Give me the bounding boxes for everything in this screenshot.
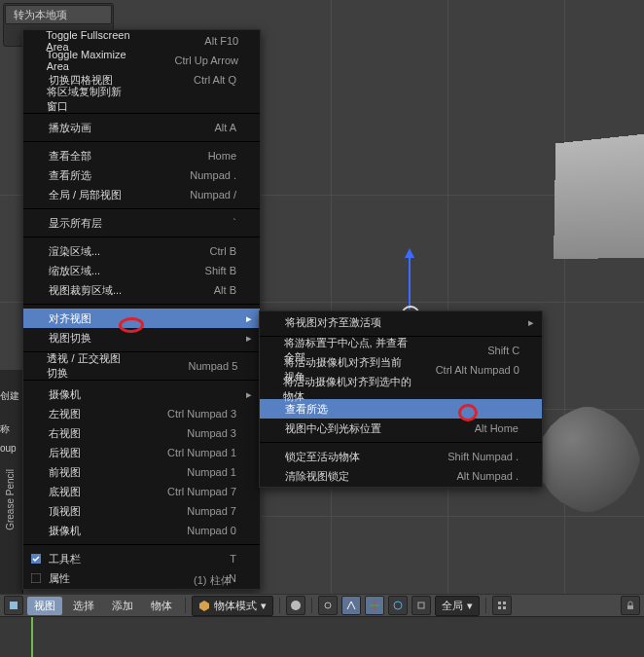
align-view-submenu: 将视图对齐至激活项▸将游标置于中心点, 并查看全部Shift C将活动摄像机对齐… — [259, 310, 543, 488]
menu-item[interactable]: 底视图Ctrl Numpad 7 — [23, 482, 260, 501]
menu-item-label: 将视图对齐至激活项 — [285, 315, 411, 330]
svg-marker-3 — [199, 601, 209, 611]
menu-item-shortcut: Ctrl Alt Q — [134, 74, 236, 86]
menu-item[interactable]: 摄像机Numpad 0 — [23, 521, 260, 540]
tool-panel-field-group: oup — [0, 443, 17, 454]
menu-item-shortcut: Home — [134, 150, 236, 162]
menu-item[interactable]: 前视图Numpad 1 — [23, 462, 260, 482]
shading-solid-icon[interactable] — [286, 596, 305, 615]
checkbox-icon — [31, 554, 43, 564]
svg-rect-13 — [503, 606, 506, 609]
menu-item-shortcut: Alt F10 — [136, 35, 238, 47]
operator-make-local[interactable]: 转为本地项 — [5, 5, 112, 24]
menu-select[interactable]: 选择 — [66, 597, 101, 615]
editor-type-icon[interactable] — [4, 596, 23, 615]
menu-item[interactable]: Toggle Maximize AreaCtrl Up Arrow — [23, 51, 260, 70]
svg-point-5 — [325, 602, 331, 608]
menu-item[interactable]: 清除视图锁定Alt Numpad . — [260, 466, 542, 486]
menu-item[interactable]: 视图切换▸ — [23, 328, 260, 347]
menu-item-shortcut: Ctrl Alt Numpad 0 — [417, 364, 519, 376]
menu-item[interactable]: 透视 / 正交视图切换Numpad 5 — [23, 356, 260, 376]
svg-rect-2 — [10, 602, 18, 609]
tool-panel-field-name: 称 — [0, 422, 10, 436]
menu-item[interactable]: 播放动画Alt A — [23, 118, 260, 137]
menu-item-shortcut: Shift Numpad . — [416, 451, 519, 462]
svg-rect-10 — [498, 602, 501, 604]
scale-icon[interactable] — [411, 596, 431, 615]
transform-gizmo-z[interactable] — [409, 251, 411, 310]
menu-item-label: 后视图 — [49, 446, 128, 460]
menu-item[interactable]: 后视图Ctrl Numpad 1 — [23, 443, 260, 462]
menu-view[interactable]: 视图 — [27, 597, 62, 615]
menu-add[interactable]: 添加 — [105, 597, 140, 615]
menu-item[interactable]: 显示所有层` — [23, 213, 260, 233]
menu-item-shortcut: Alt B — [134, 284, 236, 296]
playhead[interactable] — [31, 617, 33, 657]
lock-icon[interactable] — [621, 596, 640, 615]
menu-item-shortcut: Numpad 1 — [134, 466, 236, 478]
viewport-header: 视图 选择 添加 物体 物体模式 ▾ 全局 ▾ — [0, 594, 644, 617]
menu-item[interactable]: 全局 / 局部视图Numpad / — [23, 185, 260, 204]
menu-item-shortcut: Shift B — [134, 265, 236, 276]
menu-item[interactable]: 左视图Ctrl Numpad 3 — [23, 404, 260, 423]
menu-item[interactable]: 右视图Numpad 3 — [23, 423, 260, 443]
menu-item[interactable]: 视图中心到光标位置Alt Home — [260, 419, 542, 438]
menu-item-label: 视图裁剪区域... — [49, 283, 128, 298]
menu-item-label: 底视图 — [49, 485, 128, 499]
menu-item[interactable]: 摄像机▸ — [23, 384, 260, 404]
menu-item-shortcut: Numpad 0 — [134, 525, 236, 536]
menu-item[interactable]: 缩放区域...Shift B — [23, 261, 260, 280]
menu-item-label: 属性 — [49, 571, 128, 586]
menu-item[interactable]: 将区域复制到新窗口 — [23, 90, 260, 109]
menu-item-shortcut: Alt A — [134, 122, 236, 133]
rotate-icon[interactable] — [388, 596, 408, 615]
menu-object[interactable]: 物体 — [144, 597, 179, 615]
menu-item-label: 锁定至活动物体 — [285, 450, 411, 464]
menu-item-label: 透视 / 正交视图切换 — [47, 351, 129, 381]
orientation-dropdown[interactable]: 全局 ▾ — [435, 596, 480, 616]
menu-item[interactable]: 工具栏T — [23, 549, 260, 568]
timeline[interactable] — [0, 616, 644, 657]
menu-item[interactable]: 查看全部Home — [23, 146, 260, 165]
menu-item-label: Toggle Maximize Area — [47, 49, 130, 72]
menu-item-label: 清除视图锁定 — [285, 469, 411, 484]
menu-item[interactable]: 顶视图Numpad 7 — [23, 501, 260, 521]
menu-item[interactable]: Toggle Fullscreen AreaAlt F10 — [23, 31, 260, 51]
tool-shelf[interactable]: Grease Pencil — [0, 370, 23, 623]
manipulator-toggle[interactable] — [341, 596, 361, 615]
menu-item-label: 缩放区域... — [49, 264, 128, 278]
menu-item-label: 工具栏 — [49, 552, 128, 566]
submenu-arrow-icon: ▸ — [242, 388, 252, 401]
translate-icon[interactable] — [365, 596, 384, 615]
layers-button[interactable] — [492, 596, 512, 615]
menu-item-shortcut: Ctrl Up Arrow — [136, 55, 238, 66]
menu-item-label: 视图中心到光标位置 — [285, 421, 411, 436]
menu-item-shortcut: Ctrl B — [134, 245, 236, 257]
menu-item[interactable]: 锁定至活动物体Shift Numpad . — [260, 447, 542, 466]
menu-item[interactable]: 视图裁剪区域...Alt B — [23, 280, 260, 300]
menu-item-shortcut: Numpad 5 — [135, 360, 237, 372]
menu-item[interactable]: 将活动摄像机对齐到选中的物体 — [260, 380, 542, 399]
mesh-object-sphere[interactable] — [535, 407, 640, 512]
menu-item-label: 顶视图 — [49, 504, 128, 519]
menu-item[interactable]: 渲染区域...Ctrl B — [23, 241, 260, 261]
menu-item[interactable]: 查看所选Numpad . — [23, 165, 260, 185]
menu-item-shortcut: Numpad 7 — [134, 505, 236, 517]
menu-item-label: 视图切换 — [49, 331, 128, 346]
menu-item-shortcut: Numpad / — [134, 189, 236, 201]
menu-item-label: 全局 / 局部视图 — [49, 188, 128, 202]
menu-item[interactable]: 将视图对齐至激活项▸ — [260, 312, 542, 332]
menu-item-shortcut: T — [134, 553, 236, 565]
cube-icon — [198, 600, 210, 611]
pivot-icon[interactable] — [318, 596, 338, 615]
menu-item-shortcut: Alt Home — [416, 422, 519, 434]
tool-panel-label: 创建 — [0, 389, 19, 403]
menu-item-shortcut: Alt Numpad . — [416, 470, 519, 482]
menu-item-shortcut: ` — [134, 217, 236, 229]
mode-dropdown[interactable]: 物体模式 ▾ — [192, 596, 273, 616]
svg-rect-12 — [498, 606, 501, 609]
menu-item[interactable]: 查看所选 — [260, 399, 542, 419]
menu-item-label: 右视图 — [49, 426, 128, 441]
viewport-object-label: (1) 柱体 — [194, 573, 232, 588]
mesh-object-cube[interactable] — [554, 133, 644, 260]
